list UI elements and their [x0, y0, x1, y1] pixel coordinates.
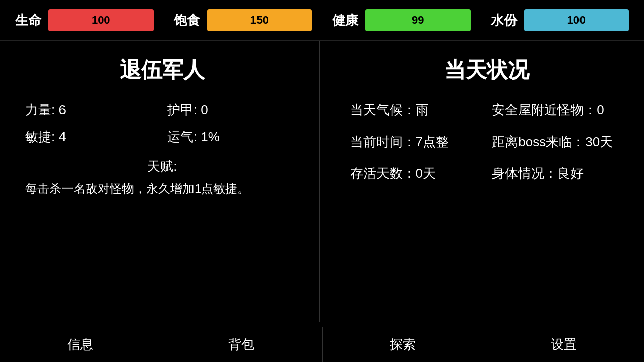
talent-desc: 每击杀一名敌对怪物，永久增加1点敏捷。 — [25, 179, 299, 198]
wellness-item: 健康 99 — [332, 9, 471, 31]
health-label: 生命 — [15, 12, 41, 29]
food-value: 150 — [250, 14, 269, 27]
stat-luck: 运气: 1% — [167, 126, 299, 148]
main-content: 退伍军人 力量: 6 护甲: 0 敏捷: 4 运气: 1% 天赋: 每击杀一名敌… — [0, 41, 644, 322]
food-item: 饱食 150 — [174, 9, 312, 31]
food-label: 饱食 — [174, 12, 200, 29]
character-title: 退伍军人 — [25, 56, 299, 84]
daily-monsters: 安全屋附近怪物：0 — [492, 99, 624, 121]
water-bar: 100 — [524, 9, 629, 31]
stat-strength: 力量: 6 — [25, 99, 157, 121]
health-value: 100 — [92, 14, 110, 27]
water-item: 水份 100 — [491, 9, 629, 31]
talent-title: 天赋: — [25, 158, 299, 175]
daily-body: 身体情况：良好 — [492, 163, 624, 185]
stats-grid: 力量: 6 护甲: 0 敏捷: 4 运气: 1% — [25, 99, 299, 148]
daily-survival: 存活天数：0天 — [350, 163, 482, 185]
daily-grid: 当天气候：雨 安全屋附近怪物：0 当前时间：7点整 距离boss来临：30天 存… — [350, 99, 624, 185]
stat-agility: 敏捷: 4 — [25, 126, 157, 148]
water-value: 100 — [567, 14, 586, 27]
nav-backpack[interactable]: 背包 — [161, 327, 323, 362]
food-bar: 150 — [207, 9, 312, 31]
status-bar: 生命 100 饱食 150 健康 99 水份 100 — [0, 0, 644, 41]
wellness-value: 99 — [412, 14, 424, 27]
daily-time: 当前时间：7点整 — [350, 131, 482, 153]
daily-boss: 距离boss来临：30天 — [492, 131, 624, 153]
nav-settings[interactable]: 设置 — [483, 327, 644, 362]
health-bar: 100 — [48, 9, 154, 31]
daily-panel: 当天状况 当天气候：雨 安全屋附近怪物：0 当前时间：7点整 距离boss来临：… — [320, 41, 645, 322]
daily-weather: 当天气候：雨 — [350, 99, 482, 121]
talent-section: 天赋: 每击杀一名敌对怪物，永久增加1点敏捷。 — [25, 158, 299, 198]
wellness-bar: 99 — [365, 9, 471, 31]
stat-armor: 护甲: 0 — [167, 99, 299, 121]
daily-title: 当天状况 — [350, 56, 624, 84]
health-item: 生命 100 — [15, 9, 154, 31]
bottom-nav: 信息 背包 探索 设置 — [0, 327, 644, 362]
water-label: 水份 — [491, 12, 517, 29]
nav-info[interactable]: 信息 — [0, 327, 161, 362]
character-panel: 退伍军人 力量: 6 护甲: 0 敏捷: 4 运气: 1% 天赋: 每击杀一名敌… — [0, 41, 320, 322]
nav-explore[interactable]: 探索 — [323, 327, 484, 362]
wellness-label: 健康 — [332, 12, 358, 29]
